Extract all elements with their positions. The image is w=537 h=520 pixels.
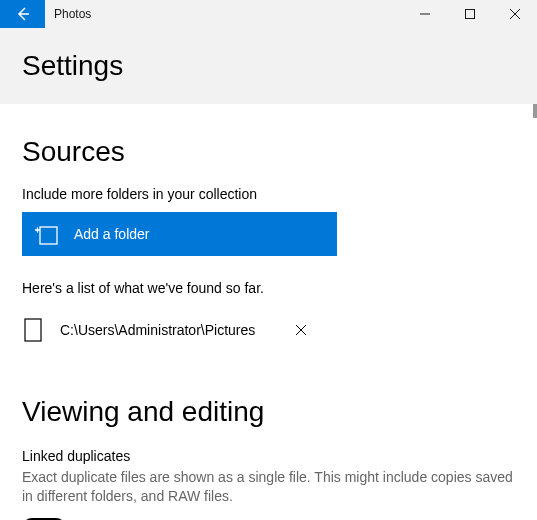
svg-rect-0: [465, 10, 474, 19]
close-button[interactable]: [492, 0, 537, 28]
add-folder-button[interactable]: Add a folder: [22, 212, 337, 256]
svg-rect-1: [40, 227, 57, 244]
maximize-button[interactable]: [447, 0, 492, 28]
maximize-icon: [465, 9, 475, 19]
minimize-icon: [420, 9, 430, 19]
app-title: Photos: [54, 7, 91, 21]
folder-icon: [22, 318, 44, 342]
content-area: Sources Include more folders in your col…: [0, 104, 537, 520]
sources-heading: Sources: [22, 136, 515, 168]
remove-icon: [296, 325, 306, 335]
close-icon: [510, 9, 520, 19]
add-folder-icon: [34, 223, 66, 245]
page-title: Settings: [22, 50, 515, 82]
back-arrow-icon: [15, 6, 31, 22]
page-header: Settings: [0, 28, 537, 104]
title-bar: Photos: [0, 0, 537, 28]
sources-subtext: Include more folders in your collection: [22, 186, 515, 202]
back-button[interactable]: [0, 0, 45, 28]
add-folder-label: Add a folder: [74, 226, 150, 242]
remove-folder-button[interactable]: [287, 316, 315, 344]
scrollbar[interactable]: [533, 104, 537, 118]
svg-rect-2: [25, 319, 41, 341]
folder-row: C:\Users\Administrator\Pictures: [22, 312, 515, 348]
linked-duplicates-title: Linked duplicates: [22, 448, 515, 464]
minimize-button[interactable]: [402, 0, 447, 28]
found-text: Here's a list of what we've found so far…: [22, 280, 515, 296]
linked-duplicates-desc: Exact duplicate files are shown as a sin…: [22, 468, 515, 506]
window-controls: [402, 0, 537, 28]
viewing-heading: Viewing and editing: [22, 396, 515, 428]
folder-path: C:\Users\Administrator\Pictures: [60, 322, 255, 338]
